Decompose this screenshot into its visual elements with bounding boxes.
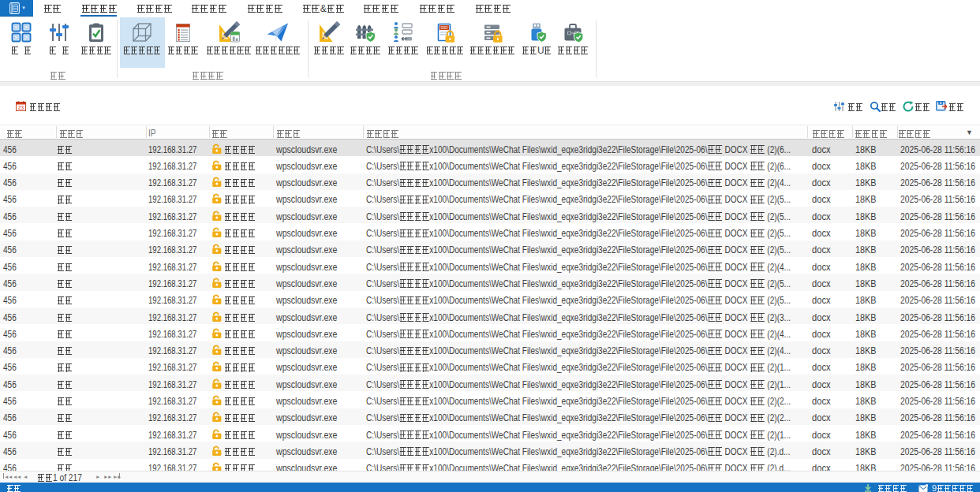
svg-text:23: 23 xyxy=(18,105,24,110)
svg-text:SSD: SSD xyxy=(440,26,448,30)
